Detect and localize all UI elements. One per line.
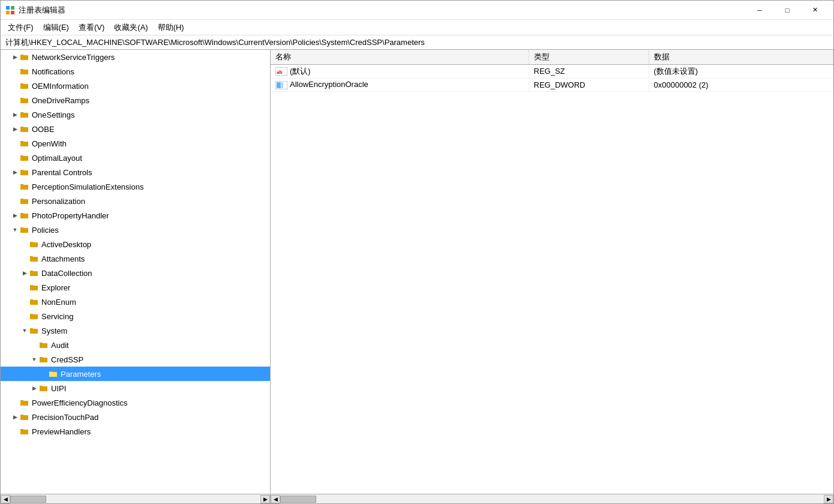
tree-hscrollbar[interactable] bbox=[10, 495, 260, 503]
tree-item-onedriveramps[interactable]: OneDriveRamps bbox=[1, 93, 270, 107]
svg-rect-19 bbox=[20, 156, 28, 161]
menu-edit[interactable]: 编辑(E) bbox=[38, 21, 74, 34]
tree-item-audit[interactable]: Audit bbox=[1, 338, 270, 352]
tree-expander-policies[interactable]: ▼ bbox=[10, 225, 20, 235]
dword-value-icon bbox=[275, 81, 287, 89]
menu-help[interactable]: 帮助(H) bbox=[153, 21, 189, 34]
right-scroll-right-arrow[interactable]: ▶ bbox=[824, 495, 833, 503]
svg-rect-55 bbox=[20, 415, 28, 420]
tree-expander-onedriveramps[interactable] bbox=[10, 95, 20, 105]
tree-expander-networkservicetriggers[interactable]: ▶ bbox=[10, 52, 20, 62]
svg-rect-61 bbox=[277, 82, 281, 88]
tree-item-attachments[interactable]: Attachments bbox=[1, 251, 270, 266]
scroll-right-arrow[interactable]: ▶ bbox=[260, 495, 270, 503]
tree-item-perceptionsimulationextensions[interactable]: PerceptionSimulationExtensions bbox=[1, 179, 270, 194]
minimize-button[interactable]: ─ bbox=[746, 1, 773, 20]
tree-label-system: System bbox=[41, 326, 67, 335]
menu-favorites[interactable]: 收藏夹(A) bbox=[109, 21, 152, 34]
tree-expander-credssp[interactable]: ▼ bbox=[29, 355, 39, 364]
right-scroll-left-arrow[interactable]: ◀ bbox=[271, 495, 280, 503]
tree-expander-attachments[interactable] bbox=[20, 254, 29, 263]
tree-expander-onesettings[interactable]: ▶ bbox=[10, 110, 20, 119]
tree-item-onesettings[interactable]: ▶OneSettings bbox=[1, 107, 270, 122]
folder-icon-audit bbox=[39, 340, 49, 350]
menu-view[interactable]: 查看(V) bbox=[74, 21, 109, 34]
tree-expander-audit[interactable] bbox=[29, 340, 39, 350]
tree-item-optimallayout[interactable]: OptimalLayout bbox=[1, 151, 270, 165]
registry-row-1[interactable]: AllowEncryptionOracleREG_DWORD0x00000002… bbox=[271, 78, 833, 91]
tree-expander-parameters[interactable] bbox=[39, 369, 49, 379]
tree-item-explorer[interactable]: Explorer bbox=[1, 280, 270, 295]
tree-item-credssp[interactable]: ▼CredSSP bbox=[1, 352, 270, 367]
tree-label-parameters: Parameters bbox=[61, 370, 101, 379]
tree-expander-uipi[interactable]: ▶ bbox=[29, 383, 39, 393]
tree-item-powerefficiencydiagnostics[interactable]: PowerEfficiencyDiagnostics bbox=[1, 395, 270, 410]
bottom-scrollbar-area: ◀ ▶ ◀ ▶ bbox=[1, 494, 833, 503]
right-hscrollbar-thumb[interactable] bbox=[280, 496, 316, 503]
tree-item-system[interactable]: ▼System bbox=[1, 323, 270, 338]
tree-item-personalization[interactable]: Personalization bbox=[1, 194, 270, 208]
tree-expander-servicing[interactable] bbox=[20, 311, 29, 321]
tree-expander-powerefficiencydiagnostics[interactable] bbox=[10, 398, 20, 407]
tree-item-precisiontouchpad[interactable]: ▶PrecisionTouchPad bbox=[1, 410, 270, 424]
svg-rect-7 bbox=[20, 70, 28, 74]
tree-expander-previewhandlers[interactable] bbox=[10, 427, 20, 436]
tree-expander-oeminformation[interactable] bbox=[10, 81, 20, 91]
close-button[interactable]: ✕ bbox=[801, 1, 829, 20]
folder-icon-servicing bbox=[29, 311, 39, 321]
tree-item-oobe[interactable]: ▶OOBE bbox=[1, 122, 270, 136]
tree-item-parameters[interactable]: Parameters bbox=[1, 367, 270, 381]
right-pane[interactable]: 名称 类型 数据 ab (默认)REG_SZ(数值未设置) AllowEncry… bbox=[271, 50, 833, 494]
svg-rect-0 bbox=[6, 6, 10, 10]
tree-expander-system[interactable]: ▼ bbox=[20, 326, 29, 335]
tree-item-servicing[interactable]: Servicing bbox=[1, 309, 270, 323]
tree-label-audit: Audit bbox=[51, 341, 69, 350]
tree-item-nonenum[interactable]: NonEnum bbox=[1, 295, 270, 309]
tree-expander-optimallayout[interactable] bbox=[10, 153, 20, 163]
tree-expander-parentalcontrols[interactable]: ▶ bbox=[10, 167, 20, 177]
svg-rect-37 bbox=[30, 286, 38, 290]
main-area: ▶NetworkServiceTriggersNotificationsOEMI… bbox=[1, 50, 833, 494]
tree-item-activedesktop[interactable]: ActiveDesktop bbox=[1, 237, 270, 251]
tree-expander-oobe[interactable]: ▶ bbox=[10, 124, 20, 134]
tree-item-uipi[interactable]: ▶UIPI bbox=[1, 381, 270, 395]
scroll-left-arrow[interactable]: ◀ bbox=[1, 495, 10, 503]
tree-item-notifications[interactable]: Notifications bbox=[1, 64, 270, 79]
tree-expander-explorer[interactable] bbox=[20, 283, 29, 292]
tree-label-notifications: Notifications bbox=[32, 67, 74, 76]
menu-file[interactable]: 文件(F) bbox=[3, 21, 38, 34]
right-hscrollbar[interactable] bbox=[280, 495, 824, 503]
tree-item-oeminformation[interactable]: OEMInformation bbox=[1, 79, 270, 93]
svg-rect-27 bbox=[20, 214, 28, 218]
svg-rect-5 bbox=[20, 55, 28, 60]
folder-icon-oobe bbox=[20, 124, 29, 134]
tree-item-policies[interactable]: ▼Policies bbox=[1, 223, 270, 237]
tree-expander-nonenum[interactable] bbox=[20, 297, 29, 307]
address-path: 计算机\HKEY_LOCAL_MACHINE\SOFTWARE\Microsof… bbox=[5, 37, 425, 48]
tree-item-parentalcontrols[interactable]: ▶Parental Controls bbox=[1, 165, 270, 179]
tree-expander-activedesktop[interactable] bbox=[20, 239, 29, 249]
right-horizontal-scroll[interactable]: ◀ ▶ bbox=[271, 494, 833, 503]
tree-item-networkservicetriggers[interactable]: ▶NetworkServiceTriggers bbox=[1, 50, 270, 64]
maximize-button[interactable]: □ bbox=[773, 1, 801, 20]
tree-expander-notifications[interactable] bbox=[10, 67, 20, 76]
registry-row-0[interactable]: ab (默认)REG_SZ(数值未设置) bbox=[271, 64, 833, 78]
tree-item-datacollection[interactable]: ▶DataCollection bbox=[1, 266, 270, 280]
tree-expander-openwith[interactable] bbox=[10, 139, 20, 148]
tree-expander-photopropertyhandler[interactable]: ▶ bbox=[10, 211, 20, 220]
tree-pane[interactable]: ▶NetworkServiceTriggersNotificationsOEMI… bbox=[1, 50, 271, 494]
tree-label-powerefficiencydiagnostics: PowerEfficiencyDiagnostics bbox=[32, 398, 127, 407]
folder-icon-notifications bbox=[20, 67, 29, 76]
tree-hscrollbar-thumb[interactable] bbox=[10, 496, 46, 503]
tree-label-activedesktop: ActiveDesktop bbox=[41, 240, 91, 249]
tree-expander-perceptionsimulationextensions[interactable] bbox=[10, 182, 20, 191]
tree-expander-precisiontouchpad[interactable]: ▶ bbox=[10, 412, 20, 422]
registry-row-data-0: (数值未设置) bbox=[649, 64, 833, 78]
tree-horizontal-scroll[interactable]: ◀ ▶ bbox=[1, 494, 271, 503]
tree-item-previewhandlers[interactable]: PreviewHandlers bbox=[1, 424, 270, 439]
tree-expander-personalization[interactable] bbox=[10, 196, 20, 206]
tree-item-openwith[interactable]: OpenWith bbox=[1, 136, 270, 151]
tree-expander-datacollection[interactable]: ▶ bbox=[20, 268, 29, 278]
tree-item-photopropertyhandler[interactable]: ▶PhotoPropertyHandler bbox=[1, 208, 270, 223]
tree-label-explorer: Explorer bbox=[41, 283, 70, 292]
